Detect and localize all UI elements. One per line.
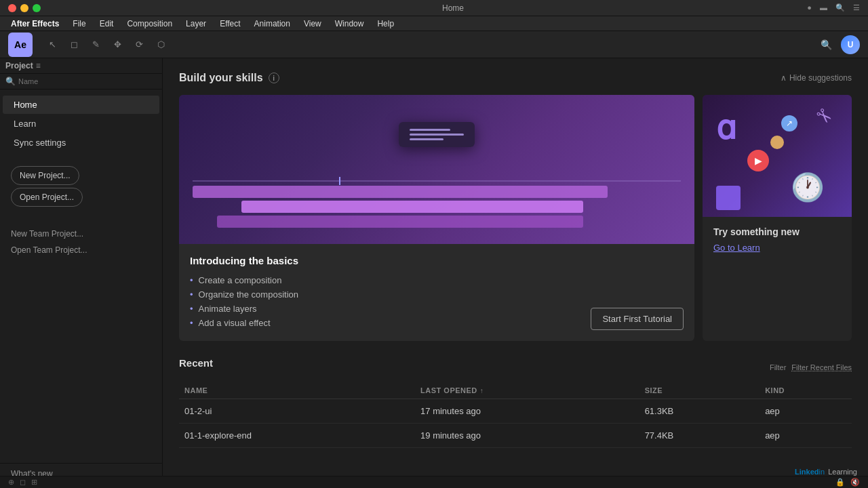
ui-line-3 <box>410 138 443 140</box>
timeline-bar-2 <box>241 201 583 213</box>
menu-item-effect[interactable]: Effect <box>214 18 245 30</box>
project-panel-menu-icon[interactable]: ≡ <box>36 61 41 70</box>
menu-item-file[interactable]: File <box>67 18 91 30</box>
col-header-size: SIZE <box>639 382 760 399</box>
nav-item-new-team-project[interactable]: New Team Project... <box>0 226 162 242</box>
table-row[interactable]: 01-1-explore-end 19 minutes ago 77.4KB a… <box>179 424 852 448</box>
table-row[interactable]: 01-2-ui 17 minutes ago 61.3KB aep <box>179 399 852 424</box>
bottom-icon-4: 🔒 <box>835 478 845 487</box>
something-new-body: Try something new Go to Learn <box>703 217 852 262</box>
project-panel-title: Project <box>5 61 33 70</box>
tutorial-bullet-list: Create a composition Organize the compos… <box>190 273 580 330</box>
project-search-icon: 🔍 <box>5 77 16 86</box>
menu-item-aftereffects[interactable]: After Effects <box>5 18 64 30</box>
col-header-last-opened[interactable]: LAST OPENED ↑ <box>415 382 639 399</box>
nav-section: Home Learn Sync settings <box>0 89 162 158</box>
info-icon[interactable]: i <box>269 73 279 83</box>
timeline-bar-3 <box>217 216 583 228</box>
window-title: Home <box>319 3 587 13</box>
sort-last-opened[interactable]: LAST OPENED ↑ <box>420 386 484 394</box>
system-icon-menu[interactable]: ☰ <box>853 3 860 12</box>
file-kind-01-1-explore-end: aep <box>760 424 852 448</box>
tutorial-card-title: Introducing the basics <box>190 255 580 266</box>
linkedin-learning-badge: Linkedin Learning <box>795 468 857 476</box>
filter-label: Filter <box>770 363 786 371</box>
hide-suggestions-button[interactable]: ∧ Hide suggestions <box>781 73 852 83</box>
col-header-kind: KIND <box>760 382 852 399</box>
nav-item-learn[interactable]: Learn <box>3 115 159 133</box>
tool-select[interactable]: ↖ <box>43 36 61 54</box>
new-project-button[interactable]: New Project... <box>11 166 79 185</box>
bullet-organize-composition: Organize the composition <box>190 287 580 302</box>
tutorial-thumbnail <box>179 95 694 244</box>
menu-item-edit[interactable]: Edit <box>94 18 119 30</box>
something-new-thumbnail: ɑ ✂ ▶ 🕐 ↗ <box>703 95 852 217</box>
illustration-cube <box>716 186 741 210</box>
menu-item-composition[interactable]: Composition <box>121 18 178 30</box>
user-avatar[interactable]: U <box>841 35 860 54</box>
nav-secondary: New Team Project... Open Team Project... <box>0 220 162 264</box>
menu-item-help[interactable]: Help <box>372 18 399 30</box>
file-last-opened-01-1-explore-end: 19 minutes ago <box>415 424 639 448</box>
bottom-icon-2[interactable]: ◻ <box>20 478 26 487</box>
project-buttons: New Project... Open Project... <box>0 158 162 215</box>
build-skills-title: Build your skills i <box>179 72 279 84</box>
system-icon-search[interactable]: 🔍 <box>835 3 845 12</box>
open-project-button[interactable]: Open Project... <box>11 188 83 207</box>
main-content: Build your skills i ∧ Hide suggestions <box>163 58 868 484</box>
filter-recent-files-input[interactable]: Filter Recent Files <box>791 363 852 371</box>
tool-shape[interactable]: ◻ <box>65 36 83 54</box>
tool-move[interactable]: ✥ <box>108 36 126 54</box>
recent-filter-row: Recent Filter Filter Recent Files <box>179 357 852 377</box>
project-search-input[interactable] <box>18 77 157 85</box>
close-button[interactable] <box>8 4 16 12</box>
traffic-lights <box>8 4 41 12</box>
illustration-letter-a: ɑ <box>716 108 736 146</box>
floating-ui-mock <box>399 122 475 147</box>
something-new-title: Try something new <box>713 226 841 237</box>
menu-item-animation[interactable]: Animation <box>249 18 296 30</box>
recent-table-header-row: NAME LAST OPENED ↑ SIZE KIND <box>179 382 852 399</box>
project-panel-header: Project ≡ <box>0 58 162 74</box>
file-name-01-1-explore-end: 01-1-explore-end <box>179 424 415 448</box>
main-layout: Project ≡ 🔍 Home Learn Sync settings New… <box>0 58 868 484</box>
timeline-bar-1 <box>193 186 608 198</box>
nav-item-sync-settings[interactable]: Sync settings <box>3 134 159 152</box>
file-kind-01-2-ui: aep <box>760 399 852 424</box>
bottom-icon-3[interactable]: ⊞ <box>31 478 37 487</box>
file-last-opened-01-2-ui: 17 minutes ago <box>415 399 639 424</box>
tutorial-card: Introducing the basics Create a composit… <box>179 95 694 341</box>
system-icon-wifi: ● <box>807 3 812 12</box>
start-first-tutorial-button[interactable]: Start First Tutorial <box>591 308 684 330</box>
recent-files-table: NAME LAST OPENED ↑ SIZE KIND <box>179 382 852 448</box>
nav-item-open-team-project[interactable]: Open Team Project... <box>0 242 162 258</box>
menu-item-window[interactable]: Window <box>330 18 370 30</box>
recent-table-body: 01-2-ui 17 minutes ago 61.3KB aep 01-1-e… <box>179 399 852 448</box>
maximize-button[interactable] <box>33 4 41 12</box>
bottom-icon-1[interactable]: ⊕ <box>8 478 14 487</box>
tool-pen[interactable]: ✎ <box>87 36 104 54</box>
tool-rotate[interactable]: ⟳ <box>130 36 148 54</box>
illustration-play-icon: ▶ <box>747 150 769 171</box>
skills-area: Introducing the basics Create a composit… <box>179 95 852 341</box>
chevron-up-icon: ∧ <box>781 73 787 83</box>
sort-arrow-icon: ↑ <box>480 387 484 394</box>
tool-camera[interactable]: ⬡ <box>152 36 170 54</box>
project-panel: Project ≡ 🔍 Home Learn Sync settings New… <box>0 58 163 484</box>
menu-item-layer[interactable]: Layer <box>180 18 212 30</box>
menu-item-view[interactable]: View <box>298 18 327 30</box>
search-button[interactable]: 🔍 <box>816 35 835 54</box>
illustration-arrow-icon: ↗ <box>781 115 797 131</box>
col-header-name: NAME <box>179 382 415 399</box>
go-to-learn-link[interactable]: Go to Learn <box>713 243 841 253</box>
nav-item-home[interactable]: Home <box>3 96 159 114</box>
project-search-area: 🔍 <box>0 74 162 89</box>
recent-table-header: NAME LAST OPENED ↑ SIZE KIND <box>179 382 852 399</box>
file-name-01-2-ui: 01-2-ui <box>179 399 415 424</box>
ae-logo: Ae <box>8 33 33 57</box>
minimize-button[interactable] <box>20 4 28 12</box>
ui-line-1 <box>410 129 450 131</box>
file-size-01-1-explore-end: 77.4KB <box>639 424 760 448</box>
illustration-clock-icon: 🕐 <box>791 171 825 203</box>
linkedin-learning-label: Linkedin Learning <box>795 468 857 476</box>
